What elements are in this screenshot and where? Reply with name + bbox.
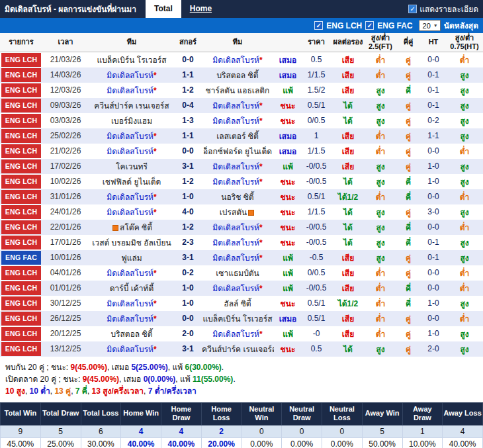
- team-badge-icon: [112, 225, 118, 231]
- focus-team-star: *: [154, 86, 157, 95]
- handicap-result: เสีย: [331, 326, 365, 341]
- summary-part: 6(30.00%): [185, 363, 221, 372]
- summary-part: ,: [25, 386, 30, 396]
- over-under-ft: ต่ำ: [365, 52, 396, 67]
- over-under-ht: สูง: [446, 98, 483, 113]
- home-team: มิดเดิลสโบรห์*: [89, 189, 175, 204]
- odd-even: คู่: [396, 52, 421, 67]
- show-details-toggle[interactable]: ✓ แสดงรายละเอียด: [408, 3, 483, 15]
- column-header: ผลต่อรอง: [331, 33, 365, 52]
- over-under-ft: ต่ำ: [365, 144, 396, 159]
- table-row: ENG LCH10/02/26เชฟฟิลด์ ยูไนเต็ด1-2มิดเด…: [0, 174, 483, 189]
- stats-value: 0: [242, 426, 282, 438]
- match-result: ชนะ: [274, 174, 302, 189]
- league-badge: ENG LCH: [1, 205, 41, 219]
- score: 1-1: [175, 67, 201, 83]
- away-team: บริสตอล ซิตี้: [201, 67, 274, 83]
- team-name: มิดเดิลสโบรห์: [107, 345, 154, 354]
- stats-value: 2: [201, 426, 242, 438]
- stats-column-header: Home Win: [121, 402, 161, 426]
- summary-part: 10 สูง: [5, 386, 25, 396]
- match-result: แพ้: [274, 265, 302, 281]
- filter-eng-fac-label[interactable]: ENG FAC: [377, 21, 412, 30]
- over-under-ht: สูง: [446, 128, 483, 144]
- stats-percents-row: 45.00%25.00%30.00%40.00%40.00%20.00%0.00…: [1, 438, 483, 448]
- column-header: ทีม: [201, 33, 274, 52]
- home-team: เชฟฟิลด์ ยูไนเต็ด: [89, 174, 175, 189]
- table-row: ENG LCH17/01/26เวสต์ บรอมมิช อัลเบียน2-3…: [0, 235, 483, 250]
- away-team: เปรสตัน: [201, 204, 274, 220]
- away-team: มิดเดิลสโบรห์*: [201, 326, 274, 341]
- summary-part: ,: [87, 386, 92, 396]
- column-header: HT: [421, 33, 446, 52]
- ht-score: 0-1: [421, 250, 446, 265]
- stats-percent: 0.00%: [242, 438, 282, 448]
- odds: -0/0.5: [302, 281, 331, 296]
- stats-value: 5: [362, 426, 402, 438]
- summary-part: 7 คี่: [75, 386, 87, 396]
- ht-score: 3-0: [421, 204, 446, 220]
- table-row: ENG LCH20/12/25บริสตอล ซิตี้2-0มิดเดิลสโ…: [0, 326, 483, 341]
- handicap-result: เสีย: [331, 265, 365, 281]
- league-cell: ENG LCH: [0, 113, 42, 128]
- odds: 0/0.5: [302, 113, 331, 128]
- match-date: 24/01/26: [42, 204, 89, 220]
- over-under-ht: สูง: [446, 341, 483, 357]
- away-team: นอริช ซิตี้: [201, 189, 274, 204]
- checkbox-eng-fac-icon[interactable]: ✓: [365, 21, 374, 30]
- checkbox-eng-lch-icon[interactable]: ✓: [314, 21, 323, 30]
- league-cell: ENG LCH: [0, 52, 42, 67]
- tab-total[interactable]: Total: [146, 0, 181, 18]
- results-table: รายการเวลาทีมสกอร์ทีมราคาผลต่อรองสูง/ต่ำ…: [0, 33, 483, 357]
- home-team: ฟูแล่ม: [89, 250, 175, 265]
- match-result: เสมอ: [274, 311, 302, 326]
- over-under-ft: ต่ำ: [365, 67, 396, 83]
- table-row: ENG LCH17/02/26โคเวนทรี3-1มิดเดิลสโบรห์*…: [0, 159, 483, 174]
- stats-value: 6: [81, 426, 121, 438]
- column-header: [274, 33, 302, 52]
- away-team: เลสเตอร์ ซิตี้: [201, 128, 274, 144]
- focus-team-star: *: [259, 101, 263, 111]
- home-team: สโต๊ค ซิตี้: [89, 220, 175, 235]
- matches-count-select[interactable]: 20 ▼: [419, 20, 441, 31]
- odds: 1: [302, 128, 331, 144]
- summary-part: , แพ้: [175, 375, 193, 384]
- checkbox-show-details-icon[interactable]: ✓: [408, 5, 417, 13]
- odds: 0.5/1: [302, 189, 331, 204]
- over-under-ht: สูง: [446, 113, 483, 128]
- home-team: เบอร์มิงแฮม: [89, 113, 175, 128]
- table-row: ENG LCH26/12/25มิดเดิลสโบรห์*0-0แบล็คเบิ…: [0, 311, 483, 326]
- odd-even: คู่: [396, 113, 421, 128]
- stats-header-row: Total WinTotal DrawTotal LossHome WinHom…: [1, 402, 483, 426]
- team-name: มิดเดิลสโบรห์: [212, 330, 259, 339]
- away-team: อ็อกซ์ฟอร์ด ยูไนเต็ด: [201, 144, 274, 159]
- away-team: ควีนส์ปาร์ค เรนเจอร์ส: [201, 341, 274, 357]
- team-name: เซาแธมป์ตัน: [216, 269, 259, 278]
- summary-block: พบกัน 20 คู่ ; ชนะ: 9(45.00%), เสมอ 5(25…: [0, 357, 483, 400]
- team-name: มิดเดิลสโบรห์: [212, 101, 259, 111]
- stats-column-header: Home Loss: [201, 402, 242, 426]
- team-name: มิดเดิลสโบรห์: [212, 56, 259, 65]
- match-date: 17/02/26: [42, 159, 89, 174]
- summary-part: 7 ต่ำ/ครึ่งเวลา: [148, 386, 197, 396]
- over-under-ht: ต่ำ: [446, 189, 483, 204]
- odds: 1/1.5: [302, 144, 331, 159]
- title-bar: มิดเดิลสโบรห์ - ผลการแข่งขันที่ผ่านมา To…: [0, 0, 483, 18]
- home-team: ควีนส์ปาร์ค เรนเจอร์ส: [89, 98, 175, 113]
- match-result: ชนะ: [274, 113, 302, 128]
- league-badge: ENG LCH: [1, 175, 41, 189]
- stats-value: 4: [121, 426, 161, 438]
- filter-eng-lch-label[interactable]: ENG LCH: [326, 21, 362, 30]
- over-under-ht: ต่ำ: [446, 220, 483, 235]
- match-result: ชนะ: [274, 235, 302, 250]
- odds: 0.5: [302, 52, 331, 67]
- tab-home[interactable]: Home: [181, 0, 220, 18]
- over-under-ht: สูง: [446, 296, 483, 311]
- summary-part: 9(45.00%): [83, 375, 119, 384]
- match-date: 26/12/25: [42, 311, 89, 326]
- show-details-label[interactable]: แสดงรายละเอียด: [419, 3, 478, 15]
- score: 1-2: [175, 174, 201, 189]
- summary-part: 9(45.00%): [71, 363, 107, 372]
- ht-score: 2-0: [421, 341, 446, 357]
- handicap-result: ได้1/2: [331, 296, 365, 311]
